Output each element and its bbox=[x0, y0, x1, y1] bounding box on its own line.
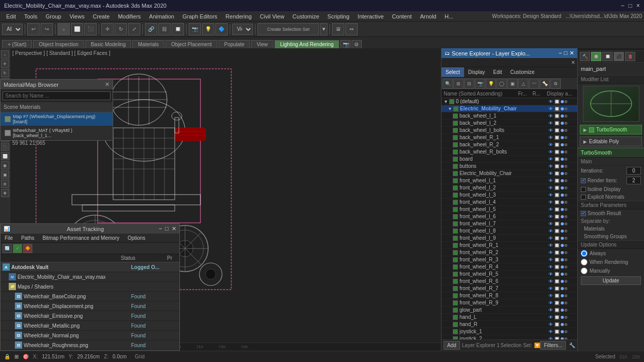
layer-item-front-wheel-l-6[interactable]: front_wheel_l_6 👁 🔲 bbox=[441, 213, 577, 220]
layer-render-obj[interactable]: 🔲 bbox=[554, 121, 560, 126]
layer-vis-obj[interactable]: 👁 bbox=[548, 272, 553, 277]
menu-content[interactable]: Content bbox=[388, 11, 416, 21]
asset-row-maps[interactable]: 📁 Maps / Shaders bbox=[1, 282, 179, 292]
layer-vis-obj[interactable]: 👁 bbox=[548, 228, 553, 234]
tab-populate[interactable]: Populate bbox=[218, 40, 250, 48]
redo-btn[interactable]: ↪ bbox=[41, 23, 53, 35]
asset-tb-btn1[interactable]: 🔄 bbox=[3, 244, 12, 253]
layer-render-obj[interactable]: 🔲 bbox=[554, 221, 560, 226]
asset-menu-file[interactable]: File bbox=[1, 235, 17, 241]
asset-row-displacement[interactable]: 🖼 Wheelchair_Displacement.png Found bbox=[1, 301, 179, 311]
maximize-btn[interactable]: □ bbox=[629, 2, 632, 9]
layer-render-obj[interactable]: 🔲 bbox=[554, 135, 560, 140]
layer-render-obj[interactable]: 🔲 bbox=[554, 157, 560, 162]
se-minimize-btn[interactable]: − bbox=[559, 50, 562, 56]
layer-item-emc[interactable]: ▼ Electric_Mobility_Chair 👁 🔲 bbox=[441, 105, 577, 112]
rotate-btn[interactable]: ↻ bbox=[115, 23, 127, 35]
layer-render-obj[interactable]: 🔲 bbox=[554, 308, 560, 313]
layer-item-board[interactable]: board 👁 🔲 bbox=[441, 156, 577, 163]
asset-menu-options[interactable]: Options bbox=[123, 235, 149, 241]
layer-render-obj[interactable]: 🔲 bbox=[554, 272, 560, 277]
se-tb-geo[interactable]: ▣ bbox=[507, 79, 518, 89]
layer-tree[interactable]: ▼ 0 (default) 👁 🔲 ▼ Electric_Mobility_Ch… bbox=[441, 98, 577, 339]
layer-vis-obj[interactable]: 👁 bbox=[548, 243, 553, 248]
menu-edit[interactable]: Edit bbox=[2, 11, 20, 21]
layer-expand-emc[interactable]: ▼ bbox=[448, 106, 452, 111]
asset-row-emissive[interactable]: 🖼 Wheelchair_Emissive.png Found bbox=[1, 311, 179, 321]
menu-rendering[interactable]: Rendering bbox=[222, 11, 256, 21]
layer-item-front-wheel-l-5[interactable]: front_wheel_l_5 👁 🔲 bbox=[441, 206, 577, 213]
turbosmooth-header[interactable]: ▶ TurboSmooth bbox=[580, 125, 642, 135]
layer-render-obj[interactable]: 🔲 bbox=[554, 193, 560, 198]
manually-radio[interactable] bbox=[581, 268, 587, 274]
menu-modifiers[interactable]: Modifiers bbox=[114, 11, 145, 21]
menu-create[interactable]: Create bbox=[88, 11, 114, 21]
layer-vis-obj[interactable]: 👁 bbox=[548, 236, 553, 241]
always-radio[interactable] bbox=[581, 250, 587, 257]
layer-item-back-wheel-l-2[interactable]: back_wheel_l_2 👁 🔲 bbox=[441, 120, 577, 127]
left-tb-select[interactable]: ⬦ bbox=[1, 50, 9, 59]
layer-render-obj[interactable]: 🔲 bbox=[554, 128, 560, 133]
layer-vis-obj[interactable]: 👁 bbox=[548, 135, 553, 140]
layer-item-electric-mobility-chair[interactable]: Electric_Mobility_Chair 👁 🔲 bbox=[441, 170, 577, 177]
title-controls[interactable]: − □ × bbox=[621, 2, 640, 9]
layer-render-obj[interactable]: 🔲 bbox=[554, 279, 560, 284]
mirror-btn[interactable]: ⇔ bbox=[345, 23, 358, 35]
undo-btn[interactable]: ↩ bbox=[27, 23, 40, 35]
layer-render-obj[interactable]: 🔲 bbox=[554, 207, 560, 212]
when-rendering-radio[interactable] bbox=[581, 259, 587, 265]
close-btn[interactable]: × bbox=[636, 2, 640, 9]
se-close-icon[interactable]: ✕ bbox=[571, 60, 575, 65]
layer-render-obj[interactable]: 🔲 bbox=[554, 322, 560, 327]
asset-row-basecolor[interactable]: 🖼 Wheelchair_BaseColor.png Found bbox=[1, 292, 179, 301]
layer-vis-obj[interactable]: 👁 bbox=[548, 142, 553, 147]
layer-item-front-wheel-r-7[interactable]: front_wheel_R_7 👁 🔲 bbox=[441, 285, 577, 292]
layer-vis-emc[interactable]: 👁 bbox=[548, 106, 553, 111]
layer-vis-obj[interactable]: 👁 bbox=[548, 329, 553, 334]
se-menu-select[interactable]: Select bbox=[441, 67, 464, 77]
layer-item-joystick-1[interactable]: joystick_1 👁 🔲 bbox=[441, 328, 577, 335]
layer-vis-default[interactable]: 👁 bbox=[548, 99, 553, 104]
layer-render-obj[interactable]: 🔲 bbox=[554, 286, 560, 291]
move-btn[interactable]: ✛ bbox=[101, 23, 114, 35]
layer-render-obj[interactable]: 🔲 bbox=[554, 178, 560, 183]
layer-render-obj[interactable]: 🔲 bbox=[554, 228, 560, 234]
coord-grid-icon[interactable]: ⊞ bbox=[14, 354, 19, 359]
prop-tb-delete[interactable]: 🗑 bbox=[625, 52, 635, 61]
asset-row-vault[interactable]: A Autodesk Vault Logged O... bbox=[1, 262, 179, 272]
layer-render-obj[interactable]: 🔲 bbox=[554, 113, 560, 119]
left-tb-extra3[interactable]: ◉ bbox=[1, 161, 9, 169]
layer-item-front-wheel-r-2[interactable]: front_wheel_R_2 👁 🔲 bbox=[441, 249, 577, 256]
se-tb-end[interactable]: 🔧 bbox=[569, 342, 575, 348]
select-filter-dropdown[interactable]: All bbox=[2, 24, 23, 35]
layer-vis-obj[interactable]: 👁 bbox=[548, 200, 553, 205]
layer-item-back-wheel-r-2[interactable]: back_wheel_R_2 👁 🔲 bbox=[441, 141, 577, 148]
layer-vis-obj[interactable]: 👁 bbox=[548, 300, 553, 306]
se-close-btn[interactable]: ✕ bbox=[569, 50, 574, 56]
layer-item-default[interactable]: ▼ 0 (default) 👁 🔲 bbox=[441, 98, 577, 105]
layer-item-hand-r[interactable]: hand_R 👁 🔲 bbox=[441, 321, 577, 328]
menu-civil-view[interactable]: Civil View bbox=[256, 11, 288, 21]
layer-item-front-wheel-l-2[interactable]: front_wheel_l_2 👁 🔲 bbox=[441, 184, 577, 192]
menu-animation[interactable]: Animation bbox=[145, 11, 178, 21]
material-browser-close-btn[interactable]: ✕ bbox=[105, 81, 109, 88]
layer-vis-obj[interactable]: 👁 bbox=[548, 113, 553, 119]
layer-vis-obj[interactable]: 👁 bbox=[548, 164, 553, 169]
menu-views[interactable]: Views bbox=[65, 11, 88, 21]
se-tb-collapse[interactable]: ⊟ bbox=[464, 79, 474, 89]
layer-render-emc[interactable]: 🔲 bbox=[554, 106, 560, 111]
layer-render-obj[interactable]: 🔲 bbox=[554, 293, 560, 298]
coord-lock-icon[interactable]: 🔒 bbox=[4, 354, 10, 359]
layer-item-back-wheel-l-1[interactable]: back_wheel_l_1 👁 🔲 bbox=[441, 112, 577, 120]
smooth-result-check[interactable] bbox=[581, 211, 586, 216]
layer-vis-obj[interactable]: 👁 bbox=[548, 193, 553, 198]
layer-vis-obj[interactable]: 👁 bbox=[548, 207, 553, 212]
layer-item-front-wheel-r-4[interactable]: front_wheel_R_4 👁 🔲 bbox=[441, 263, 577, 271]
layer-item-glow-part[interactable]: glow_part 👁 🔲 bbox=[441, 307, 577, 314]
asset-row-roughness[interactable]: 🖼 Wheelchair_Roughness.png Found bbox=[1, 340, 179, 350]
asset-tb-btn2[interactable]: ✓ bbox=[13, 244, 22, 253]
menu-group[interactable]: Group bbox=[42, 11, 66, 21]
tab-materials[interactable]: Materials bbox=[132, 40, 164, 48]
se-tb-expand[interactable]: ⊞ bbox=[453, 79, 464, 89]
prop-tb-btn4[interactable]: ⬛ bbox=[614, 52, 624, 61]
